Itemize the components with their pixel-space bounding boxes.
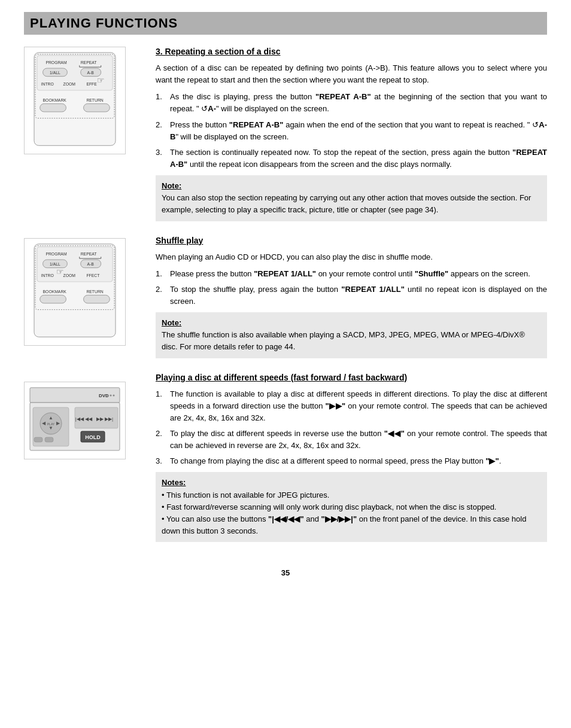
svg-text:▼: ▼ [48, 425, 53, 431]
spacer-1 [24, 166, 144, 238]
svg-text:1/ALL: 1/ALL [50, 71, 60, 75]
section-2-title: Shuffle play [156, 236, 547, 245]
step-num: 3. [156, 455, 166, 467]
remote-svg-2: PROGRAM REPEAT 1/ALL ☞ A-B INTRO ZOOM FF… [27, 241, 123, 343]
section-1-title: 3. Repeating a section of a disc [156, 47, 547, 56]
step-num: 3. [156, 147, 166, 170]
svg-text:BOOKMARK: BOOKMARK [43, 98, 67, 102]
section-1-step-1: 1. As the disc is playing, press the but… [156, 91, 547, 115]
section-3: Playing a disc at different speeds (fast… [156, 373, 547, 543]
svg-point-43 [110, 395, 112, 397]
step-text: As the disc is playing, press the button… [170, 91, 547, 115]
svg-text:PROGRAM: PROGRAM [45, 60, 66, 65]
notes-title: Notes: [162, 478, 186, 487]
section-3-notes: Notes: • This function is not available … [156, 472, 547, 542]
svg-text:FFECT: FFECT [86, 273, 99, 278]
svg-text:ZOOM: ZOOM [63, 82, 76, 86]
note-text: The shuffle function is also available w… [162, 330, 525, 351]
section-3-step-1: 1. The function is available to play a d… [156, 388, 547, 424]
section-1-note: Note: You can also stop the section repe… [156, 175, 547, 221]
svg-text:EFFE: EFFE [86, 82, 97, 86]
section-3-step-2: 2. To play the disc at different speeds … [156, 428, 547, 452]
page-header: PLAYING FUNCTIONS [24, 12, 547, 35]
svg-text:ZOOM: ZOOM [63, 273, 76, 278]
svg-text:▶▶  ▶▶|: ▶▶ ▶▶| [96, 416, 113, 422]
main-layout: PROGRAM REPEAT 1/ALL A-B INTRO [24, 47, 547, 556]
svg-text:INTRO: INTRO [41, 273, 54, 278]
step-num: 1. [156, 268, 166, 280]
section-2-intro: When playing an Audio CD or HDCD, you ca… [156, 251, 547, 263]
note-item-2: • Fast forward/reverse scanning will onl… [162, 502, 496, 511]
note-text: You can also stop the section repeating … [162, 193, 531, 214]
section-2-step-2: 2. To stop the shuffle play, press again… [156, 284, 547, 307]
svg-text:▲: ▲ [48, 415, 53, 421]
svg-rect-37 [40, 295, 66, 303]
right-column: 3. Repeating a section of a disc A secti… [156, 47, 547, 556]
step-text: Press the button "REPEAT A-B" again when… [170, 119, 547, 143]
step-text: The function is available to play a disc… [170, 388, 547, 424]
svg-text:PROGRAM: PROGRAM [45, 252, 66, 256]
device-image: DVD ▲ ▼ ◀ ▶ PLAY [24, 382, 126, 459]
step-text: To play the disc at different speeds in … [170, 428, 547, 452]
svg-text:☞: ☞ [97, 76, 105, 85]
section-3-title: Playing a disc at different speeds (fast… [156, 373, 547, 382]
svg-text:◀: ◀ [42, 421, 46, 426]
section-2: Shuffle play When playing an Audio CD or… [156, 236, 547, 358]
svg-text:PLAY: PLAY [47, 422, 55, 426]
svg-text:HOLD: HOLD [85, 434, 101, 440]
svg-text:REPEAT: REPEAT [81, 252, 97, 256]
remote-image-2: PROGRAM REPEAT 1/ALL ☞ A-B INTRO ZOOM FF… [24, 238, 126, 346]
svg-text:|◀◀  ◀◀: |◀◀ ◀◀ [75, 416, 93, 422]
svg-text:BOOKMARK: BOOKMARK [43, 290, 67, 294]
section-2-note: Note: The shuffle function is also avail… [156, 312, 547, 358]
svg-point-44 [113, 395, 115, 397]
svg-point-42 [107, 395, 109, 397]
step-text: To stop the shuffle play, press again th… [170, 284, 547, 307]
step-num: 1. [156, 388, 166, 424]
svg-text:A-B: A-B [87, 262, 95, 266]
step-text: The section is continually repeated now.… [170, 147, 547, 170]
note-item-3: • You can also use the buttons "|◀◀/◀◀" … [162, 514, 526, 535]
section-3-step-3: 3. To change from playing the disc at a … [156, 455, 547, 467]
spacer-2 [24, 358, 144, 382]
step-num: 2. [156, 428, 166, 452]
svg-text:RETURN: RETURN [86, 290, 103, 294]
svg-rect-17 [40, 103, 66, 112]
svg-rect-54 [45, 437, 53, 442]
svg-rect-38 [84, 295, 110, 303]
svg-text:1/ALL: 1/ALL [50, 262, 60, 266]
note-title: Note: [162, 318, 181, 327]
step-num: 2. [156, 119, 166, 143]
page-title: PLAYING FUNCTIONS [30, 16, 541, 31]
left-column: PROGRAM REPEAT 1/ALL A-B INTRO [24, 47, 144, 556]
svg-rect-53 [34, 437, 42, 442]
section-3-title-text: Playing a disc at different speeds (fast… [156, 373, 407, 382]
step-text: Please press the button "REPEAT 1/ALL" o… [170, 268, 530, 280]
svg-text:A-B: A-B [87, 71, 95, 75]
section-1-intro: A section of a disc can be repeated by d… [156, 62, 547, 86]
remote-svg-1: PROGRAM REPEAT 1/ALL A-B INTRO [27, 50, 123, 151]
step-text: To change from playing the disc at a dif… [170, 455, 501, 467]
section-1-step-2: 2. Press the button "REPEAT A-B" again w… [156, 119, 547, 143]
svg-text:▶: ▶ [56, 421, 60, 426]
section-1-step-3: 3. The section is continually repeated n… [156, 147, 547, 170]
section-1: 3. Repeating a section of a disc A secti… [156, 47, 547, 221]
svg-text:RETURN: RETURN [86, 98, 103, 102]
note-item-1: • This function is not available for JPE… [162, 491, 329, 499]
step-num: 1. [156, 91, 166, 115]
remote-image-1: PROGRAM REPEAT 1/ALL A-B INTRO [24, 47, 126, 154]
page-container: PLAYING FUNCTIONS PROGRAM REPEAT [0, 0, 571, 728]
step-num: 2. [156, 284, 166, 307]
section-2-step-1: 1. Please press the button "REPEAT 1/ALL… [156, 268, 547, 280]
note-title: Note: [162, 181, 181, 190]
page-number: 35 [24, 568, 547, 577]
svg-text:REPEAT: REPEAT [81, 60, 97, 65]
device-svg: DVD ▲ ▼ ◀ ▶ PLAY [27, 385, 123, 456]
svg-text:INTRO: INTRO [41, 82, 54, 86]
svg-rect-18 [84, 103, 110, 112]
